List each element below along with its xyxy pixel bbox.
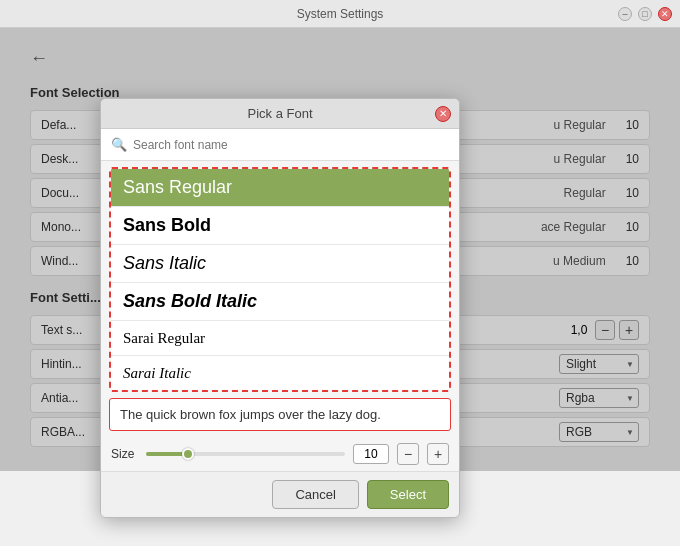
pick-a-font-dialog: Pick a Font ✕ 🔍 Sans Regular Sans Bold S…: [100, 98, 460, 518]
preview-text: The quick brown fox jumps over the lazy …: [120, 407, 381, 422]
size-number[interactable]: 10: [353, 444, 389, 464]
font-list-item-sarai-italic[interactable]: Sarai Italic: [111, 356, 449, 390]
font-list-item-sans-bold-italic[interactable]: Sans Bold Italic: [111, 283, 449, 321]
font-preview-box: The quick brown fox jumps over the lazy …: [109, 398, 451, 431]
font-list: Sans Regular Sans Bold Sans Italic Sans …: [109, 167, 451, 392]
font-label: Sans Regular: [123, 177, 232, 197]
select-button[interactable]: Select: [367, 480, 449, 509]
font-label: Sans Italic: [123, 253, 206, 273]
main-content: ← Font Selection Defa... u Regular 10 De…: [0, 28, 680, 471]
size-slider[interactable]: [146, 452, 345, 456]
minimize-button[interactable]: –: [618, 7, 632, 21]
size-slider-thumb[interactable]: [182, 448, 194, 460]
modal-close-button[interactable]: ✕: [435, 106, 451, 122]
font-label: Sans Bold: [123, 215, 211, 235]
modal-titlebar: Pick a Font ✕: [101, 99, 459, 129]
modal-buttons: Cancel Select: [101, 471, 459, 517]
cancel-button[interactable]: Cancel: [272, 480, 358, 509]
close-button[interactable]: ✕: [658, 7, 672, 21]
font-list-item-sans-italic[interactable]: Sans Italic: [111, 245, 449, 283]
font-list-item-sans-bold[interactable]: Sans Bold: [111, 207, 449, 245]
size-label: Size: [111, 447, 134, 461]
font-label: Sarai Italic: [123, 365, 191, 381]
modal-search-bar: 🔍: [101, 129, 459, 161]
window-title: System Settings: [297, 7, 384, 21]
title-bar: System Settings – □ ✕: [0, 0, 680, 28]
font-list-item-sarai-regular[interactable]: Sarai Regular: [111, 321, 449, 356]
size-increase-button[interactable]: +: [427, 443, 449, 465]
font-label: Sans Bold Italic: [123, 291, 257, 311]
search-icon: 🔍: [111, 137, 127, 152]
window-controls: – □ ✕: [618, 7, 672, 21]
maximize-button[interactable]: □: [638, 7, 652, 21]
size-row: Size 10 − +: [101, 437, 459, 471]
font-list-item-sans-regular[interactable]: Sans Regular: [111, 169, 449, 207]
modal-title: Pick a Font: [247, 106, 312, 121]
size-slider-fill: [146, 452, 186, 456]
font-label: Sarai Regular: [123, 330, 205, 346]
size-decrease-button[interactable]: −: [397, 443, 419, 465]
search-input[interactable]: [133, 138, 449, 152]
